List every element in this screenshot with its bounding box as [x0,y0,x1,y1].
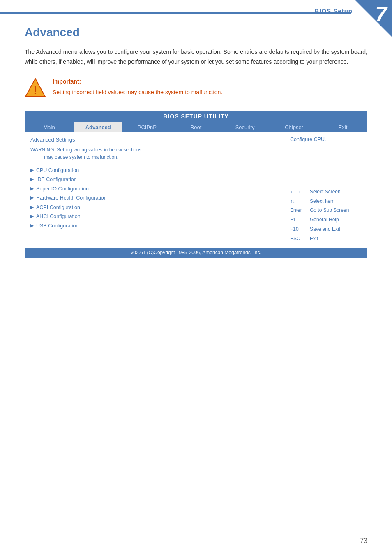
key-row-f1: F1 General Help [290,215,362,225]
menu-item-superio-label: Super IO Configuration [36,184,89,194]
bios-nav-bar: Main Advanced PCIPnP Boot Security Chips… [25,122,367,132]
section-title: Advanced Settings [30,137,279,143]
description-text: The Advanced menu allows you to configur… [25,47,367,67]
menu-item-usb[interactable]: ▶ USB Configuration [30,221,279,231]
key-arrows: ← → [290,187,306,197]
key-f1-desc: General Help [310,215,339,225]
key-updown-desc: Select Item [310,197,334,206]
bios-footer: v02.61 (C)Copyright 1985-2006, American … [25,248,367,258]
help-text: Configure CPU. [290,137,362,142]
warning-icon: ! [25,77,46,98]
arrow-icon-acpi: ▶ [30,203,34,211]
menu-item-ahci-label: AHCI Configuration [36,212,81,221]
key-row-arrows: ← → Select Screen [290,187,362,197]
nav-security[interactable]: Security [221,122,270,132]
nav-pcipnp[interactable]: PCIPnP [122,122,171,132]
menu-item-acpi[interactable]: ▶ ACPI Configuration [30,203,279,212]
key-row-f10: F10 Save and Exit [290,225,362,234]
bios-warning: WARNING: Setting wrong values in below s… [30,146,279,161]
arrow-icon-hardware: ▶ [30,194,34,202]
svg-text:!: ! [33,84,37,97]
key-enter-desc: Go to Sub Screen [310,206,349,215]
key-enter: Enter [290,206,306,215]
important-text: Important: Setting incorrect field value… [53,77,222,97]
menu-item-acpi-label: ACPI Configuration [36,203,80,212]
key-help: ← → Select Screen ↑↓ Select Item Enter G… [290,187,362,244]
menu-items: ▶ CPU Configuration ▶ IDE Configuration … [30,166,279,231]
page-number: 73 [360,537,367,545]
warning-line2: may cause system to malfunction. [44,154,118,160]
key-arrows-desc: Select Screen [310,187,341,197]
bios-utility-title: BIOS SETUP UTILITY [25,111,367,122]
bios-right-panel: Configure CPU. ← → Select Screen ↑↓ Sele… [285,132,367,248]
menu-item-ide[interactable]: ▶ IDE Configuration [30,175,279,184]
bios-left-panel: Advanced Settings WARNING: Setting wrong… [25,132,285,248]
nav-exit[interactable]: Exit [318,122,367,132]
key-row-updown: ↑↓ Select Item [290,197,362,206]
arrow-icon-superio: ▶ [30,185,34,193]
menu-item-cpu-label: CPU Configuration [36,166,79,175]
menu-item-ahci[interactable]: ▶ AHCI Configuration [30,212,279,221]
key-f10-desc: Save and Exit [310,225,340,234]
nav-chipset[interactable]: Chipset [270,122,318,132]
arrow-icon-usb: ▶ [30,222,34,230]
important-label: Important: [53,77,222,86]
warning-line1: WARNING: Setting wrong values in below s… [30,147,141,153]
arrow-icon-cpu: ▶ [30,166,34,174]
key-esc-desc: Exit [310,234,318,244]
nav-advanced[interactable]: Advanced [74,122,122,132]
menu-item-cpu[interactable]: ▶ CPU Configuration [30,166,279,175]
menu-item-hardware-label: Hardware Health Configuration [36,193,107,203]
bios-body: Advanced Settings WARNING: Setting wrong… [25,132,367,248]
nav-main[interactable]: Main [25,122,74,132]
top-bar: BIOS Setup [0,0,392,14]
arrow-icon-ide: ▶ [30,175,34,183]
bios-utility: BIOS SETUP UTILITY Main Advanced PCIPnP … [25,111,367,258]
arrow-icon-ahci: ▶ [30,212,34,220]
nav-boot[interactable]: Boot [171,122,220,132]
key-f1: F1 [290,215,306,225]
main-content: Advanced The Advanced menu allows you to… [0,14,392,274]
top-bar-line [0,12,351,14]
key-row-esc: ESC Exit [290,234,362,244]
menu-item-usb-label: USB Configuration [36,221,79,231]
menu-item-superio[interactable]: ▶ Super IO Configuration [30,184,279,194]
key-f10: F10 [290,225,306,234]
key-esc: ESC [290,234,306,244]
menu-item-hardware[interactable]: ▶ Hardware Health Configuration [30,193,279,203]
key-row-enter: Enter Go to Sub Screen [290,206,362,215]
bios-setup-label: BIOS Setup [314,7,353,14]
important-box: ! Important: Setting incorrect field val… [25,77,367,98]
key-updown: ↑↓ [290,197,306,206]
page-title: Advanced [25,26,367,39]
menu-item-ide-label: IDE Configuration [36,175,77,184]
important-message: Setting incorrect field values may cause… [53,88,222,97]
